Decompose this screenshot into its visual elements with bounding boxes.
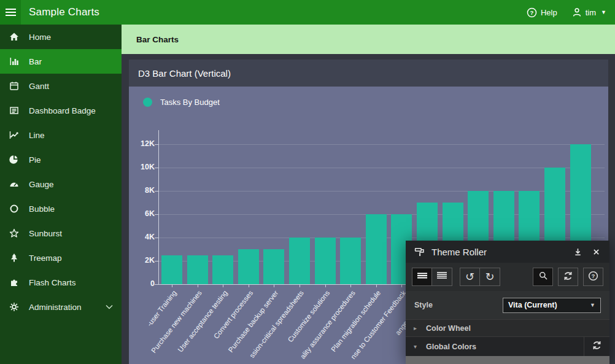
sidebar-nav: HomeBarGanttDashboard BadgeLinePieGaugeB… (0, 25, 122, 364)
x-tick (249, 284, 249, 287)
line-chart-icon (9, 130, 20, 140)
style-row: Style Vita (Current) ▼ (406, 291, 609, 319)
x-tick (300, 284, 300, 287)
search-icon (538, 271, 548, 283)
theme-roller-header[interactable]: Theme Roller (406, 241, 609, 263)
user-icon (572, 7, 582, 17)
sidebar-item-treemap[interactable]: Treemap (0, 246, 122, 270)
reset-colors-button[interactable] (584, 337, 609, 356)
chevron-down-icon (106, 304, 113, 309)
sidebar-item-label: Bar (29, 57, 42, 66)
theme-roller-title: Theme Roller (431, 247, 487, 257)
caret-right-icon: ▸ (414, 325, 422, 331)
section-color-wheel[interactable]: ▸ Color Wheel (406, 319, 609, 336)
legend-swatch-icon (143, 98, 152, 107)
x-tick (172, 284, 172, 287)
sidebar-item-sunburst[interactable]: Sunburst (0, 221, 122, 246)
bar[interactable] (212, 255, 233, 285)
caret-down-icon: ▾ (414, 343, 422, 350)
bar[interactable] (263, 249, 284, 284)
bar[interactable] (161, 255, 182, 285)
y-tick-label: 6K (129, 209, 155, 218)
circle-icon (9, 204, 20, 214)
x-tick (223, 284, 223, 287)
search-button[interactable] (533, 268, 553, 286)
bar[interactable] (340, 238, 361, 284)
y-tick-label: 8K (129, 186, 155, 195)
cycle-icon (592, 340, 602, 353)
style-select-value: Vita (Current) (508, 301, 557, 309)
style-label: Style (414, 301, 433, 309)
lines-narrow-button[interactable] (412, 268, 432, 286)
sidebar-item-label: Flash Charts (29, 278, 76, 287)
sidebar-item-line[interactable]: Line (0, 123, 122, 147)
section-label: Color Wheel (426, 324, 471, 333)
sidebar-item-label: Sunburst (29, 229, 62, 238)
help-label: Help (541, 8, 557, 17)
help-circle-icon: ? (588, 271, 598, 284)
x-tick (198, 284, 198, 287)
x-tick (401, 284, 402, 287)
puzzle-icon (9, 277, 20, 287)
sidebar-item-label: Home (29, 33, 51, 42)
chevron-down-icon: ▼ (601, 9, 606, 15)
app-title: Sample Charts (29, 6, 99, 18)
section-global-colors[interactable]: ▾ Global Colors (406, 336, 609, 356)
sidebar-item-gauge[interactable]: Gauge (0, 172, 122, 196)
sidebar-item-label: Gantt (29, 82, 49, 91)
home-icon (9, 32, 20, 42)
gauge-icon (9, 179, 20, 189)
sidebar-item-gantt[interactable]: Gantt (0, 74, 122, 98)
star-icon (9, 228, 20, 238)
theme-roller-toolbar: ↺↻? (406, 263, 609, 291)
legend-label: Tasks By Budget (160, 98, 220, 107)
bar[interactable] (289, 238, 310, 284)
redo-icon: ↻ (485, 271, 494, 283)
y-tick-label: 4K (129, 233, 155, 241)
user-menu-button[interactable]: tim ▼ (572, 7, 606, 17)
help-button[interactable]: ? Help (527, 7, 557, 18)
undo-button[interactable]: ↺ (460, 268, 480, 286)
y-axis-line (158, 130, 159, 284)
legend-item[interactable]: Tasks By Budget (143, 98, 220, 107)
x-tick (325, 284, 326, 287)
lines-wide-button[interactable] (432, 268, 452, 286)
sidebar-item-dashboard-badge[interactable]: Dashboard Badge (0, 98, 122, 123)
sidebar-item-bar[interactable]: Bar (0, 49, 122, 74)
style-select[interactable]: Vita (Current) ▼ (503, 298, 601, 313)
svg-text:?: ? (530, 9, 534, 15)
select-caret-icon: ▼ (590, 302, 595, 308)
lines-wide-icon (436, 271, 447, 282)
bar-chart-icon (9, 56, 20, 66)
bar[interactable] (187, 255, 208, 285)
bar[interactable] (315, 238, 336, 284)
redo-button[interactable]: ↻ (480, 268, 500, 286)
help-circle-button[interactable]: ? (583, 268, 603, 286)
hamburger-menu-icon[interactable] (0, 0, 21, 25)
sidebar-item-label: Administration (29, 303, 82, 312)
sidebar-item-label: Pie (29, 155, 41, 165)
sidebar-item-administration[interactable]: Administration (0, 295, 122, 319)
app-window: Sample Charts ? Help tim ▼ HomeBarGanttD… (0, 0, 615, 364)
download-icon[interactable] (571, 246, 584, 258)
cycle-button[interactable] (558, 268, 578, 286)
bar[interactable] (238, 249, 259, 284)
panel-content-strip (406, 356, 609, 364)
sidebar-item-pie[interactable]: Pie (0, 147, 122, 172)
paint-roller-icon (413, 246, 425, 258)
sidebar-item-bubble[interactable]: Bubble (0, 196, 122, 221)
theme-roller-panel: Theme Roller ↺↻? Style Vita (Current) ▼ … (406, 241, 609, 364)
close-icon[interactable] (590, 246, 602, 258)
svg-text:?: ? (592, 273, 595, 279)
page-title: Bar Charts (136, 35, 179, 44)
x-tick (350, 284, 351, 287)
x-tick (376, 284, 377, 287)
sidebar-item-label: Treemap (29, 254, 62, 263)
sidebar-item-flash-charts[interactable]: Flash Charts (0, 270, 122, 295)
cycle-icon (563, 271, 573, 284)
list-box-icon (9, 106, 20, 115)
section-label: Global Colors (426, 343, 476, 351)
bar[interactable] (366, 214, 387, 284)
sidebar-item-label: Bubble (29, 204, 55, 214)
sidebar-item-home[interactable]: Home (0, 25, 122, 49)
